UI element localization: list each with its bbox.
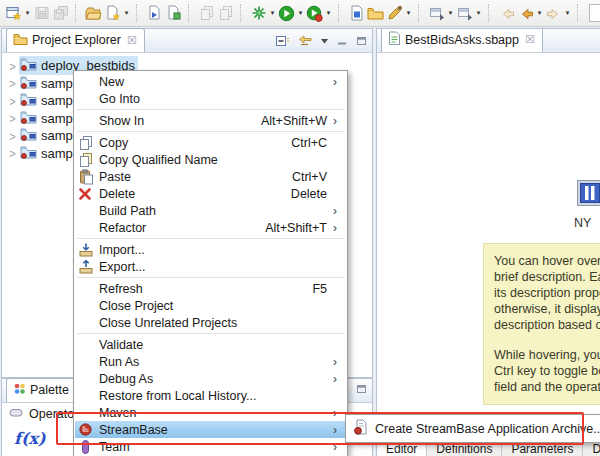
menu-item-restore-from-local-history[interactable]: Restore from Local History... bbox=[75, 387, 346, 404]
toolbar-separator bbox=[488, 4, 494, 22]
menu-item-label: Delete bbox=[99, 187, 291, 201]
submenu-arrow-icon: › bbox=[333, 372, 346, 386]
new-interface-icon[interactable] bbox=[164, 4, 183, 23]
minimize-icon[interactable] bbox=[337, 36, 348, 46]
back-icon-disabled[interactable] bbox=[497, 4, 516, 23]
dropdown-chevron-icon[interactable]: ▾ bbox=[268, 9, 277, 17]
menu-item-run-as[interactable]: Run As› bbox=[75, 353, 346, 370]
bottom-tab-dynamic-v[interactable]: Dynamic V bbox=[583, 441, 600, 456]
copy-icon-disabled bbox=[197, 4, 216, 23]
collapse-all-icon[interactable] bbox=[275, 34, 289, 47]
menu-item-validate[interactable]: Validate bbox=[75, 336, 346, 353]
menu-item-label: Show In bbox=[99, 114, 261, 128]
menu-separator bbox=[77, 131, 344, 132]
menu-item-label: Paste bbox=[99, 170, 292, 184]
menu-item-refresh[interactable]: RefreshF5 bbox=[75, 280, 346, 297]
menu-item-go-into[interactable]: Go Into bbox=[75, 90, 346, 107]
note-line: brief description. Eac bbox=[494, 269, 600, 285]
toolbar-separator bbox=[418, 4, 424, 22]
sbapp-file-icon bbox=[388, 31, 401, 48]
dropdown-chevron-icon[interactable]: ▾ bbox=[535, 9, 544, 17]
expand-arrow-icon[interactable]: > bbox=[6, 111, 19, 125]
menu-separator bbox=[77, 109, 344, 110]
back-icon[interactable] bbox=[516, 4, 535, 23]
toolbar-separator bbox=[188, 4, 194, 22]
menu-item-label: Debug As bbox=[99, 372, 327, 386]
expand-arrow-icon[interactable]: > bbox=[6, 146, 19, 160]
run-history-icon[interactable] bbox=[427, 4, 446, 23]
menu-item-shortcut: Ctrl+C bbox=[291, 136, 333, 150]
dropdown-chevron-icon[interactable]: ▾ bbox=[122, 9, 131, 17]
menu-separator bbox=[77, 238, 344, 239]
palette-icon bbox=[13, 382, 26, 398]
debug-history-icon[interactable] bbox=[455, 4, 474, 23]
submenu-arrow-icon: › bbox=[333, 204, 346, 218]
project-context-menu: New›Go IntoShow InAlt+Shift+W›CopyCtrl+C… bbox=[73, 70, 348, 456]
run-icon[interactable] bbox=[277, 4, 296, 23]
export-icon bbox=[75, 259, 99, 275]
menu-item-new[interactable]: New› bbox=[75, 73, 346, 90]
menu-item-refactor[interactable]: RefactorAlt+Shift+T› bbox=[75, 219, 346, 236]
dropdown-chevron-icon[interactable]: ▾ bbox=[404, 9, 413, 17]
forward-icon[interactable] bbox=[544, 4, 563, 23]
menu-item-label: Refactor bbox=[99, 221, 265, 235]
run-trace-icon[interactable] bbox=[305, 4, 324, 23]
new-eventflow-icon[interactable] bbox=[145, 4, 164, 23]
menu-item-close-unrelated-projects[interactable]: Close Unrelated Projects bbox=[75, 314, 346, 331]
project-folder-icon bbox=[20, 110, 37, 127]
annotation-highlight-box bbox=[56, 412, 584, 445]
project-folder-icon bbox=[20, 57, 37, 74]
dropdown-chevron-icon[interactable]: ▾ bbox=[324, 9, 333, 17]
maximize-icon[interactable] bbox=[356, 36, 367, 46]
dropdown-chevron-icon[interactable]: ▾ bbox=[446, 9, 455, 17]
tab-bestbidsasks[interactable]: BestBidsAsks.sbapp ☒ bbox=[381, 28, 543, 52]
link-with-editor-icon[interactable] bbox=[297, 34, 312, 47]
debug-icon[interactable] bbox=[249, 4, 268, 23]
submenu-arrow-icon: › bbox=[333, 355, 346, 369]
palette-tab-label: Palette bbox=[30, 383, 69, 397]
dropdown-chevron-icon[interactable]: ▾ bbox=[23, 9, 32, 17]
input-stream-icon[interactable] bbox=[577, 180, 600, 209]
tab-project-explorer[interactable]: Project Explorer ☒ bbox=[6, 28, 145, 52]
menu-item-copy-qualified-name[interactable]: Copy Qualified Name bbox=[75, 151, 346, 168]
menu-item-delete[interactable]: DeleteDelete bbox=[75, 185, 346, 202]
view-menu-icon[interactable] bbox=[320, 36, 329, 45]
open-folder-icon[interactable] bbox=[366, 4, 385, 23]
menu-item-shortcut: Delete bbox=[291, 187, 333, 201]
paint-icon[interactable] bbox=[385, 4, 404, 23]
note-line: While hovering, you bbox=[494, 347, 600, 363]
note-line: otherwise, it displays bbox=[494, 301, 600, 317]
zoom-combo[interactable]: ▾ bbox=[589, 4, 600, 22]
menu-item-close-project[interactable]: Close Project bbox=[75, 297, 346, 314]
del-icon bbox=[75, 187, 99, 201]
typecheck-icon[interactable] bbox=[347, 4, 366, 23]
dropdown-chevron-icon[interactable]: ▾ bbox=[563, 9, 572, 17]
menu-item-label: Export... bbox=[99, 260, 327, 274]
close-icon[interactable]: ☒ bbox=[525, 33, 535, 46]
menu-item-copy[interactable]: CopyCtrl+C bbox=[75, 134, 346, 151]
expand-arrow-icon[interactable]: > bbox=[6, 129, 19, 143]
maximize-icon[interactable] bbox=[356, 384, 367, 394]
new-wizard-icon[interactable] bbox=[4, 4, 23, 23]
menu-item-shortcut: Alt+Shift+T bbox=[265, 221, 333, 235]
menu-item-paste[interactable]: PasteCtrl+V bbox=[75, 168, 346, 185]
menu-item-build-path[interactable]: Build Path› bbox=[75, 202, 346, 219]
expand-arrow-icon[interactable]: > bbox=[6, 94, 19, 108]
menu-item-import[interactable]: Import... bbox=[75, 241, 346, 258]
menu-item-debug-as[interactable]: Debug As› bbox=[75, 370, 346, 387]
expand-arrow-icon[interactable]: > bbox=[6, 76, 19, 90]
menu-item-show-in[interactable]: Show InAlt+Shift+W› bbox=[75, 112, 346, 129]
dropdown-chevron-icon[interactable]: ▾ bbox=[474, 9, 483, 17]
menu-item-label: Copy bbox=[99, 136, 291, 150]
main-toolbar: ▾▾▾▾▾▾▾▾▾▾▾ bbox=[0, 0, 600, 27]
eventflow-canvas[interactable]: NY You can hover over ebrief description… bbox=[377, 53, 600, 440]
menu-item-export[interactable]: Export... bbox=[75, 258, 346, 275]
open-streambase-icon[interactable] bbox=[84, 4, 103, 23]
menu-separator bbox=[77, 333, 344, 334]
menu-item-shortcut: F5 bbox=[312, 282, 333, 296]
menu-item-label: Go Into bbox=[99, 92, 327, 106]
close-icon[interactable]: ☒ bbox=[127, 34, 137, 47]
dropdown-chevron-icon[interactable]: ▾ bbox=[296, 9, 305, 17]
expand-arrow-icon[interactable]: > bbox=[6, 59, 19, 73]
new-project-icon[interactable] bbox=[103, 4, 122, 23]
